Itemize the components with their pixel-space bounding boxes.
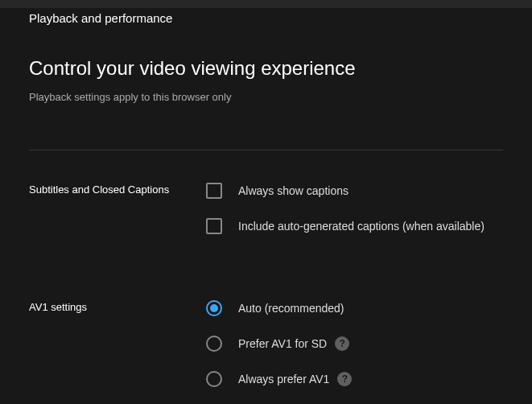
av1-auto-label: Auto (recommended) [238, 302, 344, 315]
top-bar [0, 0, 532, 8]
breadcrumb: Playback and performance [29, 11, 503, 25]
content-area: Playback and performance Control your vi… [0, 11, 532, 404]
captions-controls: Always show captions Include auto-genera… [206, 183, 503, 254]
av1-auto-row: Auto (recommended) [206, 300, 503, 316]
auto-generated-captions-label: Include auto-generated captions (when av… [238, 220, 485, 233]
av1-auto-radio[interactable] [206, 300, 222, 316]
page-title: Control your video viewing experience [29, 57, 503, 80]
always-show-captions-label: Always show captions [238, 184, 348, 197]
av1-always-radio[interactable] [206, 371, 222, 387]
divider [29, 150, 503, 150]
av1-section-label: AV1 settings [29, 300, 206, 404]
av1-controls: Auto (recommended) Prefer AV1 for SD ? A… [206, 300, 503, 404]
av1-section: AV1 settings Auto (recommended) Prefer A… [29, 300, 503, 404]
help-icon[interactable]: ? [335, 336, 349, 351]
av1-prefer-sd-row: Prefer AV1 for SD ? [206, 336, 503, 352]
always-show-captions-checkbox[interactable] [206, 183, 222, 199]
page-subtitle: Playback settings apply to this browser … [29, 91, 503, 103]
always-show-captions-row: Always show captions [206, 183, 503, 199]
captions-section-label: Subtitles and Closed Captions [29, 183, 206, 254]
auto-generated-captions-row: Include auto-generated captions (when av… [206, 218, 503, 234]
auto-generated-captions-checkbox[interactable] [206, 218, 222, 234]
av1-always-row: Always prefer AV1 ? [206, 371, 503, 387]
av1-prefer-sd-label: Prefer AV1 for SD [238, 337, 327, 350]
help-icon[interactable]: ? [337, 372, 352, 386]
av1-always-label: Always prefer AV1 [238, 373, 329, 385]
av1-prefer-sd-radio[interactable] [206, 336, 222, 352]
captions-section: Subtitles and Closed Captions Always sho… [29, 183, 503, 254]
